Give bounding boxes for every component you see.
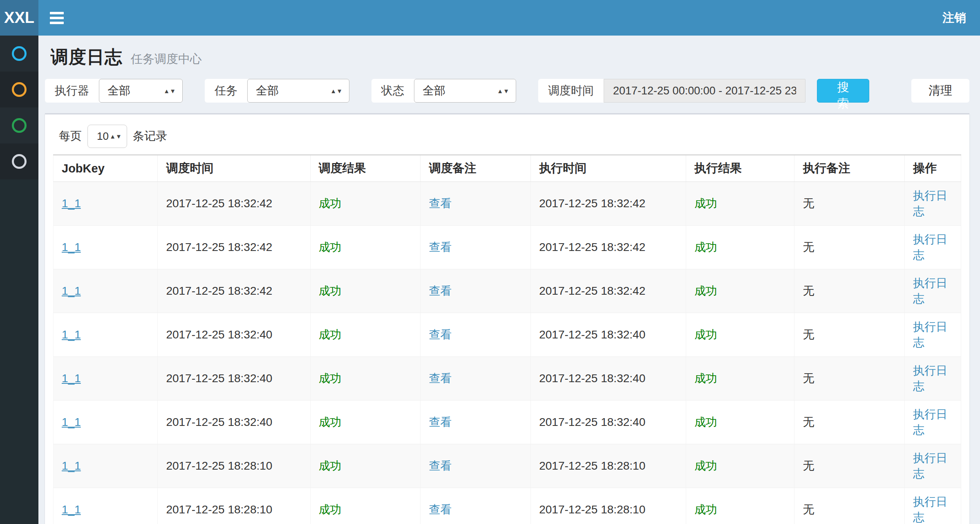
trigger-msg-link[interactable]: 查看 — [421, 226, 531, 269]
filter-toolbar: 执行器 全部 ▲▼ 任务 全部 ▲▼ 状态 全部 ▲▼ 调度时间 搜索 清理 — [45, 79, 969, 103]
execute-log-link[interactable]: 执行日志 — [905, 401, 961, 444]
column-header: 操作 — [905, 155, 961, 182]
job-select-value: 全部 — [256, 83, 279, 99]
page-size-select-value: 10 — [97, 130, 109, 142]
trigger-msg-link[interactable]: 查看 — [421, 182, 531, 226]
sidebar-menu-item-4[interactable] — [0, 143, 38, 179]
log-panel: 每页 10 ▲▼ 条记录 JobKey调度时间调度结果调度备注执行时间执行结果执… — [45, 113, 969, 524]
jobkey-link[interactable]: 1_1 — [54, 269, 158, 313]
handle-msg: 无 — [794, 401, 905, 444]
circle-o-icon — [12, 118, 27, 133]
logout-link[interactable]: 注销 — [929, 0, 980, 36]
trigger-msg-link[interactable]: 查看 — [421, 269, 531, 313]
search-button[interactable]: 搜索 — [817, 79, 869, 103]
column-header: 调度时间 — [158, 155, 310, 182]
trigger-time: 2017-12-25 18:32:40 — [158, 313, 310, 357]
trigger-time: 2017-12-25 18:32:40 — [158, 357, 310, 401]
main-content: 调度日志 任务调度中心 执行器 全部 ▲▼ 任务 全部 ▲▼ 状态 全部 ▲▼ — [38, 36, 980, 524]
executor-select-value: 全部 — [107, 83, 130, 99]
trigger-msg-link[interactable]: 查看 — [421, 313, 531, 357]
execute-log-link[interactable]: 执行日志 — [905, 182, 961, 226]
handle-time: 2017-12-25 18:32:40 — [531, 313, 686, 357]
column-header: 执行结果 — [686, 155, 794, 182]
execute-log-link[interactable]: 执行日志 — [905, 313, 961, 357]
handle-time: 2017-12-25 18:28:10 — [531, 488, 686, 524]
execute-log-link[interactable]: 执行日志 — [905, 269, 961, 313]
handle-result: 成功 — [686, 226, 794, 269]
status-select[interactable]: 全部 ▲▼ — [414, 79, 516, 103]
hamburger-icon — [50, 12, 64, 14]
trigger-time-range-input[interactable] — [604, 79, 805, 103]
trigger-msg-link[interactable]: 查看 — [421, 401, 531, 444]
trigger-time: 2017-12-25 18:32:42 — [158, 226, 310, 269]
execute-log-link[interactable]: 执行日志 — [905, 226, 961, 269]
jobkey-link[interactable]: 1_1 — [54, 401, 158, 444]
job-select[interactable]: 全部 ▲▼ — [247, 79, 349, 103]
column-header: 执行时间 — [531, 155, 686, 182]
status-filter-label: 状态 — [371, 79, 414, 103]
jobkey-link[interactable]: 1_1 — [54, 488, 158, 524]
sidebar-menu-item-3[interactable] — [0, 107, 38, 143]
execute-log-link[interactable]: 执行日志 — [905, 357, 961, 401]
handle-msg: 无 — [794, 444, 905, 488]
status-select-value: 全部 — [423, 83, 445, 99]
sidebar-menu-item-2[interactable] — [0, 72, 38, 107]
select-arrows-icon: ▲▼ — [110, 134, 122, 139]
jobkey-link[interactable]: 1_1 — [54, 357, 158, 401]
dispatch-log-table: JobKey调度时间调度结果调度备注执行时间执行结果执行备注操作 1_12017… — [53, 155, 961, 524]
trigger-msg-link[interactable]: 查看 — [421, 357, 531, 401]
app-logo[interactable]: XXL — [0, 0, 38, 36]
circle-o-icon — [12, 46, 27, 61]
jobkey-link[interactable]: 1_1 — [54, 444, 158, 488]
handle-result: 成功 — [686, 444, 794, 488]
hamburger-icon — [50, 17, 64, 19]
jobkey-link[interactable]: 1_1 — [54, 313, 158, 357]
page-size-prefix-label: 每页 — [59, 128, 82, 144]
clear-button[interactable]: 清理 — [911, 79, 969, 103]
jobkey-link[interactable]: 1_1 — [54, 226, 158, 269]
trigger-msg-link[interactable]: 查看 — [421, 488, 531, 524]
sidebar — [0, 36, 38, 524]
trigger-time-filter-label: 调度时间 — [538, 79, 604, 103]
trigger-result: 成功 — [310, 401, 421, 444]
table-row: 1_12017-12-25 18:28:10成功查看2017-12-25 18:… — [54, 488, 961, 524]
trigger-result: 成功 — [310, 313, 421, 357]
jobkey-link[interactable]: 1_1 — [54, 182, 158, 226]
trigger-result: 成功 — [310, 182, 421, 226]
page-size-row: 每页 10 ▲▼ 条记录 — [53, 114, 961, 149]
trigger-result: 成功 — [310, 488, 421, 524]
handle-result: 成功 — [686, 182, 794, 226]
handle-time: 2017-12-25 18:28:10 — [531, 444, 686, 488]
column-header: 调度结果 — [310, 155, 421, 182]
execute-log-link[interactable]: 执行日志 — [905, 488, 961, 524]
job-filter-group: 任务 全部 ▲▼ — [205, 79, 349, 103]
table-row: 1_12017-12-25 18:32:40成功查看2017-12-25 18:… — [54, 357, 961, 401]
sidebar-toggle-button[interactable] — [38, 0, 75, 36]
sidebar-menu-item-1[interactable] — [0, 36, 38, 72]
trigger-result: 成功 — [310, 269, 421, 313]
trigger-time-filter-group: 调度时间 — [538, 79, 805, 103]
trigger-result: 成功 — [310, 357, 421, 401]
handle-result: 成功 — [686, 269, 794, 313]
page-title: 调度日志 — [51, 47, 123, 67]
handle-msg: 无 — [794, 313, 905, 357]
trigger-time: 2017-12-25 18:32:42 — [158, 269, 310, 313]
page-subtitle: 任务调度中心 — [131, 52, 202, 65]
handle-time: 2017-12-25 18:32:42 — [531, 182, 686, 226]
handle-msg: 无 — [794, 226, 905, 269]
trigger-msg-link[interactable]: 查看 — [421, 444, 531, 488]
trigger-time: 2017-12-25 18:28:10 — [158, 444, 310, 488]
table-row: 1_12017-12-25 18:32:40成功查看2017-12-25 18:… — [54, 401, 961, 444]
navbar-spacer — [75, 0, 929, 36]
trigger-time: 2017-12-25 18:28:10 — [158, 488, 310, 524]
top-navbar: XXL 注销 — [0, 0, 980, 36]
select-arrows-icon: ▲▼ — [163, 88, 176, 94]
execute-log-link[interactable]: 执行日志 — [905, 444, 961, 488]
handle-time: 2017-12-25 18:32:42 — [531, 226, 686, 269]
handle-msg: 无 — [794, 357, 905, 401]
handle-time: 2017-12-25 18:32:42 — [531, 269, 686, 313]
handle-result: 成功 — [686, 401, 794, 444]
page-size-select[interactable]: 10 ▲▼ — [87, 125, 127, 148]
executor-select[interactable]: 全部 ▲▼ — [99, 79, 183, 103]
table-row: 1_12017-12-25 18:32:42成功查看2017-12-25 18:… — [54, 269, 961, 313]
